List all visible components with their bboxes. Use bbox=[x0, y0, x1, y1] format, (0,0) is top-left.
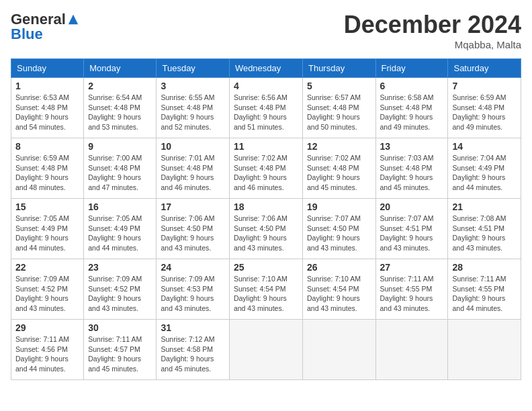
week-row-5: 29 Sunrise: 7:11 AM Sunset: 4:56 PM Dayl… bbox=[11, 320, 521, 380]
day-cell-24: 24 Sunrise: 7:09 AM Sunset: 4:53 PM Dayl… bbox=[157, 259, 229, 320]
day-cell-28: 28 Sunrise: 7:11 AM Sunset: 4:55 PM Dayl… bbox=[448, 259, 521, 320]
logo-icon bbox=[67, 13, 79, 26]
day-number: 10 bbox=[161, 141, 224, 152]
day-cell-3: 3 Sunrise: 6:55 AM Sunset: 4:48 PM Dayli… bbox=[157, 78, 229, 138]
day-cell-5: 5 Sunrise: 6:57 AM Sunset: 4:48 PM Dayli… bbox=[302, 78, 375, 138]
day-number: 31 bbox=[161, 322, 224, 333]
day-info: Sunrise: 7:10 AM Sunset: 4:54 PM Dayligh… bbox=[234, 274, 298, 314]
day-number: 5 bbox=[307, 81, 371, 91]
day-info: Sunrise: 6:59 AM Sunset: 4:48 PM Dayligh… bbox=[452, 93, 517, 132]
day-number: 13 bbox=[380, 141, 444, 152]
header-monday: Monday bbox=[84, 59, 157, 78]
day-cell-18: 18 Sunrise: 7:06 AM Sunset: 4:50 PM Dayl… bbox=[229, 199, 302, 259]
day-number: 14 bbox=[452, 141, 517, 152]
day-info: Sunrise: 7:08 AM Sunset: 4:51 PM Dayligh… bbox=[452, 214, 517, 253]
day-number: 24 bbox=[161, 262, 224, 273]
title-section: December 2024 Mqabba, Malta bbox=[344, 11, 521, 50]
day-number: 7 bbox=[452, 81, 517, 91]
day-number: 27 bbox=[380, 262, 444, 273]
week-row-1: 1 Sunrise: 6:53 AM Sunset: 4:48 PM Dayli… bbox=[11, 78, 521, 138]
day-number: 19 bbox=[307, 201, 371, 212]
day-info: Sunrise: 7:00 AM Sunset: 4:48 PM Dayligh… bbox=[88, 153, 152, 193]
day-info: Sunrise: 7:07 AM Sunset: 4:50 PM Dayligh… bbox=[307, 214, 371, 253]
day-cell-11: 11 Sunrise: 7:02 AM Sunset: 4:48 PM Dayl… bbox=[229, 138, 302, 199]
day-number: 17 bbox=[161, 201, 224, 212]
day-info: Sunrise: 7:09 AM Sunset: 4:53 PM Dayligh… bbox=[161, 274, 224, 314]
page-header: General Blue December 2024 Mqabba, Malta bbox=[11, 11, 521, 50]
day-info: Sunrise: 7:07 AM Sunset: 4:51 PM Dayligh… bbox=[380, 214, 444, 253]
empty-cell bbox=[448, 320, 521, 380]
day-cell-4: 4 Sunrise: 6:56 AM Sunset: 4:48 PM Dayli… bbox=[229, 78, 302, 138]
day-info: Sunrise: 6:54 AM Sunset: 4:48 PM Dayligh… bbox=[88, 93, 152, 132]
day-cell-22: 22 Sunrise: 7:09 AM Sunset: 4:52 PM Dayl… bbox=[11, 259, 84, 320]
day-number: 28 bbox=[452, 262, 517, 273]
day-info: Sunrise: 7:09 AM Sunset: 4:52 PM Dayligh… bbox=[15, 274, 79, 314]
day-cell-7: 7 Sunrise: 6:59 AM Sunset: 4:48 PM Dayli… bbox=[448, 78, 521, 138]
day-cell-27: 27 Sunrise: 7:11 AM Sunset: 4:55 PM Dayl… bbox=[375, 259, 448, 320]
week-row-4: 22 Sunrise: 7:09 AM Sunset: 4:52 PM Dayl… bbox=[11, 259, 521, 320]
day-info: Sunrise: 7:05 AM Sunset: 4:49 PM Dayligh… bbox=[88, 214, 152, 253]
day-info: Sunrise: 7:02 AM Sunset: 4:48 PM Dayligh… bbox=[307, 153, 371, 193]
week-row-3: 15 Sunrise: 7:05 AM Sunset: 4:49 PM Dayl… bbox=[11, 199, 521, 259]
day-info: Sunrise: 7:09 AM Sunset: 4:52 PM Dayligh… bbox=[88, 274, 152, 314]
day-info: Sunrise: 7:12 AM Sunset: 4:58 PM Dayligh… bbox=[161, 334, 224, 374]
week-row-2: 8 Sunrise: 6:59 AM Sunset: 4:48 PM Dayli… bbox=[11, 138, 521, 199]
day-cell-2: 2 Sunrise: 6:54 AM Sunset: 4:48 PM Dayli… bbox=[84, 78, 157, 138]
day-info: Sunrise: 7:02 AM Sunset: 4:48 PM Dayligh… bbox=[234, 153, 298, 193]
day-cell-31: 31 Sunrise: 7:12 AM Sunset: 4:58 PM Dayl… bbox=[157, 320, 229, 380]
header-sunday: Sunday bbox=[11, 59, 84, 78]
header-wednesday: Wednesday bbox=[229, 59, 302, 78]
day-number: 1 bbox=[15, 81, 79, 91]
day-cell-30: 30 Sunrise: 7:11 AM Sunset: 4:57 PM Dayl… bbox=[84, 320, 157, 380]
header-tuesday: Tuesday bbox=[157, 59, 229, 78]
day-cell-15: 15 Sunrise: 7:05 AM Sunset: 4:49 PM Dayl… bbox=[11, 199, 84, 259]
day-cell-20: 20 Sunrise: 7:07 AM Sunset: 4:51 PM Dayl… bbox=[375, 199, 448, 259]
day-info: Sunrise: 7:11 AM Sunset: 4:55 PM Dayligh… bbox=[380, 274, 444, 314]
day-number: 23 bbox=[88, 262, 152, 273]
day-info: Sunrise: 7:10 AM Sunset: 4:54 PM Dayligh… bbox=[307, 274, 371, 314]
day-number: 3 bbox=[161, 81, 224, 91]
calendar-table: Sunday Monday Tuesday Wednesday Thursday… bbox=[11, 58, 521, 380]
day-info: Sunrise: 6:59 AM Sunset: 4:48 PM Dayligh… bbox=[15, 153, 79, 193]
month-title: December 2024 bbox=[344, 11, 521, 39]
day-cell-6: 6 Sunrise: 6:58 AM Sunset: 4:48 PM Dayli… bbox=[375, 78, 448, 138]
day-cell-29: 29 Sunrise: 7:11 AM Sunset: 4:56 PM Dayl… bbox=[11, 320, 84, 380]
day-cell-10: 10 Sunrise: 7:01 AM Sunset: 4:48 PM Dayl… bbox=[157, 138, 229, 199]
day-info: Sunrise: 7:11 AM Sunset: 4:57 PM Dayligh… bbox=[88, 334, 152, 374]
day-info: Sunrise: 6:55 AM Sunset: 4:48 PM Dayligh… bbox=[161, 93, 224, 132]
day-cell-17: 17 Sunrise: 7:06 AM Sunset: 4:50 PM Dayl… bbox=[157, 199, 229, 259]
day-cell-26: 26 Sunrise: 7:10 AM Sunset: 4:54 PM Dayl… bbox=[302, 259, 375, 320]
day-number: 15 bbox=[15, 201, 79, 212]
day-cell-14: 14 Sunrise: 7:04 AM Sunset: 4:49 PM Dayl… bbox=[448, 138, 521, 199]
day-cell-19: 19 Sunrise: 7:07 AM Sunset: 4:50 PM Dayl… bbox=[302, 199, 375, 259]
day-info: Sunrise: 7:06 AM Sunset: 4:50 PM Dayligh… bbox=[161, 214, 224, 253]
day-number: 21 bbox=[452, 201, 517, 212]
weekday-header-row: Sunday Monday Tuesday Wednesday Thursday… bbox=[11, 59, 521, 78]
day-number: 6 bbox=[380, 81, 444, 91]
day-number: 30 bbox=[88, 322, 152, 333]
day-info: Sunrise: 6:58 AM Sunset: 4:48 PM Dayligh… bbox=[380, 93, 444, 132]
day-cell-21: 21 Sunrise: 7:08 AM Sunset: 4:51 PM Dayl… bbox=[448, 199, 521, 259]
day-number: 22 bbox=[15, 262, 79, 273]
day-info: Sunrise: 6:57 AM Sunset: 4:48 PM Dayligh… bbox=[307, 93, 371, 132]
day-cell-25: 25 Sunrise: 7:10 AM Sunset: 4:54 PM Dayl… bbox=[229, 259, 302, 320]
day-info: Sunrise: 7:11 AM Sunset: 4:55 PM Dayligh… bbox=[452, 274, 517, 314]
empty-cell bbox=[375, 320, 448, 380]
header-friday: Friday bbox=[375, 59, 448, 78]
day-cell-16: 16 Sunrise: 7:05 AM Sunset: 4:49 PM Dayl… bbox=[84, 199, 157, 259]
day-number: 26 bbox=[307, 262, 371, 273]
day-info: Sunrise: 7:11 AM Sunset: 4:56 PM Dayligh… bbox=[15, 334, 79, 374]
day-number: 20 bbox=[380, 201, 444, 212]
day-info: Sunrise: 7:06 AM Sunset: 4:50 PM Dayligh… bbox=[234, 214, 298, 253]
day-number: 9 bbox=[88, 141, 152, 152]
day-cell-12: 12 Sunrise: 7:02 AM Sunset: 4:48 PM Dayl… bbox=[302, 138, 375, 199]
header-thursday: Thursday bbox=[302, 59, 375, 78]
day-number: 2 bbox=[88, 81, 152, 91]
day-cell-13: 13 Sunrise: 7:03 AM Sunset: 4:48 PM Dayl… bbox=[375, 138, 448, 199]
empty-cell bbox=[302, 320, 375, 380]
svg-marker-0 bbox=[69, 15, 78, 24]
day-number: 11 bbox=[234, 141, 298, 152]
day-number: 4 bbox=[234, 81, 298, 91]
day-cell-23: 23 Sunrise: 7:09 AM Sunset: 4:52 PM Dayl… bbox=[84, 259, 157, 320]
day-number: 18 bbox=[234, 201, 298, 212]
